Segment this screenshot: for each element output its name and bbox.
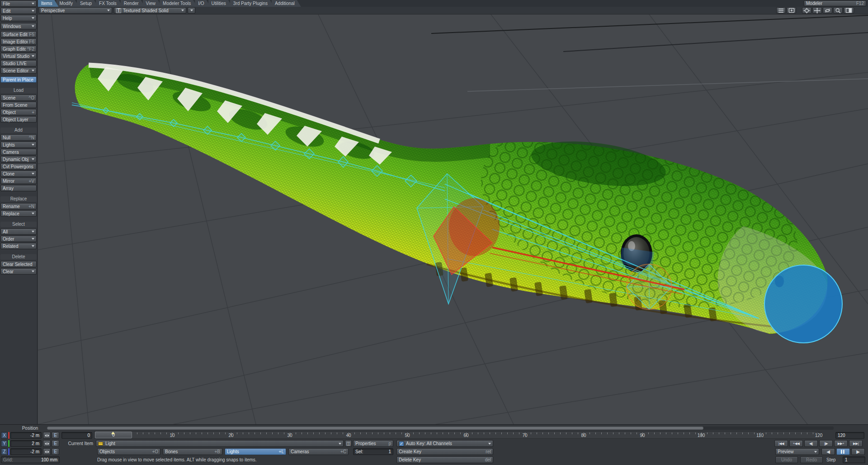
tick-label: 120 [812,433,826,438]
select-all-button[interactable]: All [0,228,37,235]
previous-key-button[interactable]: +◀◀ [789,440,803,447]
y-nudge-arrows-icon[interactable] [43,440,51,447]
tab-3rd-party-plugins[interactable]: 3rd Party Plugins [230,0,274,7]
clone-button[interactable]: Clone [0,171,37,177]
delete-key-button[interactable]: Delete Keydel [396,456,493,463]
tab-modeler-tools[interactable]: Modeler Tools [160,0,197,7]
load-from-scene-button[interactable]: From Scene [0,102,37,108]
tab-io[interactable]: I/O [195,0,210,7]
z-envelope-button[interactable]: E [52,448,59,455]
redo-button[interactable]: Redo [800,456,823,463]
create-key-button[interactable]: Create Keyret [396,448,493,455]
add-lights-button[interactable]: Lights [0,142,37,148]
modeler-button[interactable]: ModelerF12 [804,0,866,6]
y-axis-label: Y [1,440,8,447]
z-nudge-arrows-icon[interactable] [43,448,51,455]
tick-label: 90 [636,433,649,438]
replace-button[interactable]: Replace [0,210,37,217]
studio-live-button[interactable]: Studio LIVE [0,60,37,66]
tab-utilities[interactable]: Utilities [208,0,232,7]
joint-rotation-gizmo[interactable] [627,264,672,309]
tab-fx-tools[interactable]: FX Tools [96,0,123,7]
x-envelope-button[interactable]: E [52,432,59,439]
center-view-icon[interactable] [802,7,811,14]
pause-button[interactable]: ▌▌ [836,448,850,455]
current-item-dropdown[interactable]: Light [96,440,344,447]
maximize-viewport-icon[interactable] [844,7,854,14]
x-value-field[interactable]: -2 m [10,432,42,439]
tab-render[interactable]: Render [121,0,145,7]
scene-editor-button[interactable]: Scene Editor [0,67,37,74]
load-scene-button[interactable]: Scene^O [0,95,37,101]
add-null-button[interactable]: Null^N [0,134,37,141]
z-row: Z -2 m E Objects+O Bones+B Lights+L Came… [0,448,868,455]
help-menu[interactable]: Help [0,15,37,21]
go-to-end-button[interactable]: ▶▶| [849,440,863,447]
parent-in-place-button[interactable]: Parent in Place [0,76,37,83]
timeline-ruler[interactable]: 0 10 20 30 40 50 60 70 80 90 100 110 120… [94,431,819,439]
viewport-3d[interactable] [38,14,868,424]
objects-mode-button[interactable]: Objects+O [97,448,160,455]
graph-editor-button[interactable]: Graph Editor^F2 [0,46,37,52]
cameras-mode-button[interactable]: Cameras+C [288,448,349,455]
mirror-button[interactable]: Mirror+V [0,178,37,184]
select-related-button[interactable]: Related [0,243,37,249]
preview-dropdown[interactable]: Preview [775,448,819,455]
image-editor-button[interactable]: Image EditorF6 [0,38,37,45]
x-nudge-arrows-icon[interactable] [43,432,51,439]
select-order-button[interactable]: Order [0,236,37,242]
auto-key-checkbox[interactable]: ✓ [399,441,404,446]
tab-view[interactable]: View [143,0,162,7]
tab-items[interactable]: Items [38,0,58,7]
current-frame-field[interactable]: 0 [61,432,92,439]
end-frame-field[interactable]: 120 [835,432,864,439]
y-envelope-button[interactable]: E [52,440,59,447]
lights-mode-button[interactable]: Lights+L [225,448,286,455]
rename-button[interactable]: Rename+N [0,203,37,209]
item-list-icon[interactable] [776,7,786,14]
light-icon [98,442,103,446]
tab-additional[interactable]: Additional [272,0,301,7]
y-axis-color [8,440,9,447]
edit-menu[interactable]: Edit [0,8,37,14]
light-gizmo[interactable] [764,265,842,343]
undo-button[interactable]: Undo [775,456,798,463]
go-to-start-button[interactable]: |◀◀ [774,440,788,447]
play-reverse-button[interactable]: ◀ [821,448,835,455]
clear-selected-button[interactable]: Clear Selected [0,261,37,267]
virtual-studio-button[interactable]: Virtual Studio [0,53,37,59]
auto-key-dropdown[interactable]: ✓ Auto Key: All Channels [396,440,493,447]
next-key-button[interactable]: ▶▶+ [834,440,848,447]
clear-button[interactable]: Clear [0,268,37,275]
timeline-scrollbar[interactable] [47,427,834,430]
surface-editor-button[interactable]: Surface EditorF5 [0,31,37,38]
add-camera-button[interactable]: Camera [0,149,37,155]
save-icon[interactable] [787,7,796,14]
zoom-view-icon[interactable] [833,7,843,14]
y-value-field[interactable]: 2 m [10,440,42,447]
tab-modify[interactable]: Modify [56,0,79,7]
viewport-options-dropdown[interactable] [188,7,195,14]
rotate-view-icon[interactable] [823,7,832,14]
windows-menu[interactable]: Windows [0,23,37,29]
properties-button[interactable]: Propertiesp [353,440,393,447]
tick-label: 40 [342,433,355,438]
tick-label: 100 [694,433,708,438]
view-type-dropdown[interactable]: Perspective [39,7,112,14]
z-value-field[interactable]: -2 m [10,448,42,455]
bones-mode-button[interactable]: Bones+B [163,448,222,455]
add-dynamic-obj-button[interactable]: Dynamic Obj [0,156,37,162]
play-forward-button[interactable]: ▶ [851,448,865,455]
file-menu[interactable]: File [0,0,37,7]
shading-mode-dropdown[interactable]: T Textured Shaded Solid [114,7,186,14]
pan-view-icon[interactable] [812,7,822,14]
load-object-layer-button[interactable]: Object Layer [0,116,37,123]
cvt-powergons-button[interactable]: Cvt Powergons [0,163,37,170]
load-object-button[interactable]: Object+ [0,109,37,115]
step-field[interactable]: 1 [843,456,865,463]
tab-setup[interactable]: Setup [77,0,98,7]
previous-frame-button[interactable]: ◀|| [804,440,818,447]
next-frame-button[interactable]: ||▶ [819,440,833,447]
array-button[interactable]: Array [0,185,37,191]
item-panel-toggle-icon[interactable]: ◫ [345,440,352,447]
